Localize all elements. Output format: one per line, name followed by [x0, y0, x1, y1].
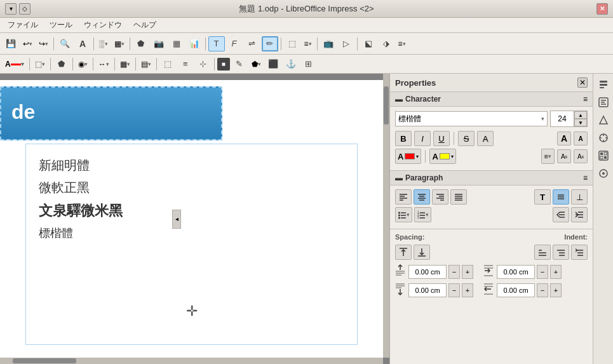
tb-present[interactable]: 📺 — [320, 36, 337, 51]
tb-redo[interactable]: ↪▾ — [36, 36, 51, 51]
menu-file[interactable]: ファイル — [3, 18, 43, 32]
list-num-btn[interactable]: 1. 2. 3. ▾ — [414, 207, 431, 222]
spacing-below-icon[interactable] — [414, 245, 430, 260]
list-bullet-btn[interactable]: ▾ — [395, 207, 412, 222]
linespacing-mid-btn[interactable] — [553, 189, 569, 205]
tb-display[interactable]: ░▾ — [97, 36, 111, 51]
highlight-color-btn[interactable]: A ▾ — [429, 149, 455, 164]
tb-image[interactable]: 📷 — [151, 36, 167, 51]
panel-close-btn[interactable]: ✕ — [577, 78, 588, 88]
tb2-shapes2[interactable]: ◉▾ — [76, 57, 90, 72]
increase-size-btn[interactable]: A — [557, 131, 571, 145]
font-color-btn[interactable]: A ▾ — [395, 149, 421, 164]
spacing-above-input[interactable] — [408, 265, 447, 279]
tb-fontwork[interactable]: F — [226, 36, 243, 51]
tb2-fillcolor[interactable]: ⬚▾ — [32, 57, 48, 72]
tb-table[interactable]: ▦ — [168, 36, 185, 51]
spacing-above-plus[interactable]: + — [462, 265, 473, 279]
indent-after-input[interactable] — [497, 283, 535, 297]
sidebar-navigator-btn[interactable] — [595, 130, 612, 146]
scroll-thumb-h[interactable] — [13, 358, 76, 363]
font-size-input[interactable] — [551, 111, 574, 126]
slide-title-box[interactable]: de — [0, 86, 222, 140]
scroll-thumb-v[interactable] — [384, 86, 389, 125]
font-size-up-btn[interactable]: ▲ — [574, 111, 587, 119]
indent-before-plus[interactable]: + — [550, 265, 562, 279]
superscript-btn[interactable]: As — [557, 149, 571, 163]
bold-btn[interactable]: B — [395, 131, 412, 146]
menu-tools[interactable]: ツール — [44, 18, 77, 32]
spacing-above-minus[interactable]: − — [448, 265, 460, 279]
tb-rotate[interactable]: ⬚ — [284, 36, 300, 51]
tb2-anchor[interactable]: ⚓ — [283, 57, 299, 72]
tb2-distribute[interactable]: ⊹ — [195, 57, 212, 72]
tb-slideshow[interactable]: ▷ — [338, 36, 354, 51]
indent-more-btn[interactable] — [571, 207, 588, 222]
tb-find[interactable]: 🔍 — [57, 36, 73, 51]
tb2-ungroup[interactable]: ≡ — [177, 57, 194, 72]
scrollbar-v[interactable] — [383, 74, 389, 358]
tb-font[interactable]: A — [74, 36, 91, 51]
linespacing-top-btn[interactable]: T — [534, 189, 551, 205]
indent-before-minus[interactable]: − — [537, 265, 548, 279]
menu-help[interactable]: ヘルプ — [128, 18, 161, 32]
tb2-arrange[interactable]: ■ — [217, 58, 230, 71]
tb2-grid2[interactable]: ▦▾ — [118, 57, 133, 72]
indent-after-plus[interactable]: + — [550, 283, 562, 297]
linespacing-bottom-btn[interactable]: ⊥ — [571, 189, 588, 205]
spacing-above-icon[interactable] — [395, 245, 412, 260]
font-name-select[interactable]: 標楷體 ▾ — [395, 111, 548, 126]
sidebar-properties-btn[interactable] — [595, 76, 612, 93]
sidebar-gallery-btn[interactable] — [595, 112, 612, 128]
font-size-down-btn[interactable]: ▼ — [574, 119, 587, 126]
panel-collapse-arrow[interactable]: ◂ — [172, 210, 181, 229]
minimize-btn[interactable]: ▾ — [5, 3, 17, 15]
close-btn[interactable]: ✕ — [596, 3, 608, 15]
paragraph-section-header[interactable]: ▬ Paragraph ≡ — [390, 171, 593, 185]
scrollbar-h[interactable] — [0, 358, 383, 364]
character-menu-btn[interactable]: ≡ — [583, 95, 588, 104]
decrease-size-btn[interactable]: A — [574, 131, 588, 145]
tb2-crop[interactable]: ⬛ — [265, 57, 281, 72]
paragraph-menu-btn[interactable]: ≡ — [583, 173, 588, 182]
tb-extra1[interactable]: ⬕ — [360, 36, 377, 51]
shadow-btn[interactable]: A — [477, 131, 494, 146]
indent-before-input[interactable] — [497, 265, 535, 279]
tb2-arrow[interactable]: ↔▾ — [96, 57, 112, 72]
tb2-effects[interactable]: ⬟▾ — [249, 57, 264, 72]
menu-window[interactable]: ウィンドウ — [79, 18, 127, 32]
sidebar-master-btn[interactable] — [595, 165, 612, 182]
align-center-btn[interactable] — [414, 189, 430, 205]
tb2-bezier[interactable]: ✎ — [231, 57, 248, 72]
tb-cursor[interactable]: ✏ — [262, 36, 278, 51]
tb-grid[interactable]: ▦▾ — [112, 36, 127, 51]
tb2-group[interactable]: ⬚ — [159, 57, 176, 72]
indent-hanging-icon[interactable] — [553, 245, 569, 260]
underline-btn[interactable]: U — [433, 131, 450, 146]
tb-undo[interactable]: ↩▾ — [20, 36, 35, 51]
tb-save[interactable]: 💾 — [3, 36, 19, 51]
tb-shapes[interactable]: ⬟ — [133, 36, 149, 51]
char-spacing-btn[interactable]: ≡▾ — [541, 149, 555, 164]
tb2-shadow[interactable]: ⬟ — [53, 57, 70, 72]
character-section-header[interactable]: ▬ Character ≡ — [390, 92, 593, 107]
spacing-below-input[interactable] — [408, 283, 447, 297]
tb-extra2[interactable]: ⬗ — [378, 36, 394, 51]
spacing-below-minus[interactable]: − — [448, 283, 460, 297]
indent-after-minus[interactable]: − — [537, 283, 548, 297]
tb2-gluepoints[interactable]: ⊞ — [300, 57, 317, 72]
strikethrough-btn[interactable]: S — [458, 131, 475, 146]
tb-textbox[interactable]: T — [208, 36, 225, 51]
tb-chart[interactable]: 📊 — [186, 36, 203, 51]
spacing-below-plus[interactable]: + — [462, 283, 473, 297]
align-justify-btn[interactable] — [450, 189, 467, 205]
maximize-btn[interactable]: ◇ — [19, 3, 30, 15]
canvas-area[interactable]: de 新細明體 微軟正黑 文泉驛微米黑 標楷體 ✛ — [0, 74, 389, 364]
sidebar-functions-btn[interactable] — [595, 147, 612, 164]
sidebar-styles-btn[interactable] — [595, 94, 612, 111]
tb2-linecolor[interactable]: A▾ — [3, 57, 27, 72]
align-left-btn[interactable] — [395, 189, 412, 205]
indent-left-icon[interactable] — [571, 245, 588, 260]
indent-less-btn[interactable] — [553, 207, 569, 222]
italic-btn[interactable]: I — [414, 131, 431, 146]
